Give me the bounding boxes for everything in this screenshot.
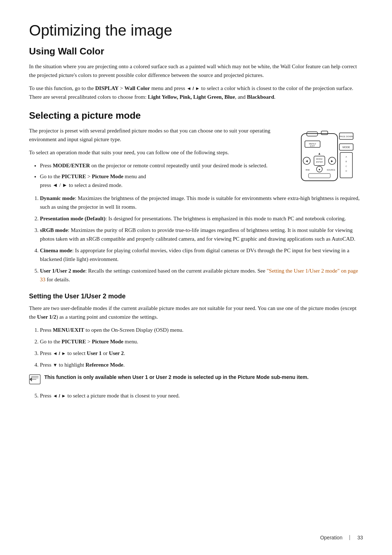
step2-end: menu.	[123, 339, 138, 344]
step3-bold2: User 2	[109, 350, 124, 356]
note-text: This function is only available when Use…	[44, 374, 309, 381]
svg-text:EXIT: EXIT	[310, 145, 315, 147]
step4-bold: Reference Mode	[85, 362, 123, 368]
bullet-item-1: Press MODE/ENTER on the projector or rem…	[40, 161, 272, 170]
svg-text:◄: ◄	[305, 159, 309, 163]
picture-mode-numbered: Dynamic mode: Maximizes the brightness o…	[29, 194, 363, 284]
using-wall-color-section: Using Wall Color In the situation where …	[29, 46, 363, 101]
svg-text:►: ►	[330, 159, 334, 163]
list-item-4: Cinema mode: Is appropriate for playing …	[40, 246, 363, 264]
using-wall-color-heading: Using Wall Color	[29, 46, 363, 57]
setting-user-mode-para1: There are two user-definable modes if th…	[29, 304, 363, 321]
bullet2b: press ◄ / ► to select a desired mode.	[40, 182, 123, 188]
svg-text:BNK: BNK	[306, 169, 310, 171]
list-item-1: Dynamic mode: Maximizes the brightness o…	[40, 194, 363, 211]
wall-color-para2-mid2: menu and press	[150, 85, 187, 91]
bullet1-bold: MODE/ENTER	[53, 163, 90, 168]
bullet-item-2: Go to the PICTURE > Picture Mode menu an…	[40, 172, 272, 189]
step3-or: or	[102, 350, 109, 356]
step-3: Press ◄ / ► to select User 1 or User 2.	[40, 349, 363, 358]
wall-color-period: .	[274, 94, 275, 100]
selecting-picture-mode-section: Selecting a picture mode The projector i…	[29, 110, 363, 284]
step-4: Press ▼ to highlight Reference Mode.	[40, 360, 363, 369]
projector-svg: PAGE DOWN MODE A B C D MENU/ EXIT ◄ ►	[279, 130, 359, 192]
note-icon	[29, 374, 41, 384]
svg-rect-2	[321, 131, 328, 135]
picture-mode-bullets: Press MODE/ENTER on the projector or rem…	[40, 161, 272, 189]
wall-color-display: DISPLAY	[95, 85, 118, 91]
picture-mode-text-block: The projector is preset with several pre…	[29, 126, 272, 194]
user-mode-step5: Press ◄ / ► to select a picture mode tha…	[40, 391, 363, 400]
wall-color-label: Wall Color	[124, 85, 150, 91]
footer: Operation 33	[320, 535, 363, 540]
svg-text:D: D	[346, 170, 347, 172]
bullet2-bold2: Picture Mode	[92, 174, 123, 179]
picture-mode-para2: To select an operation mode that suits y…	[29, 148, 272, 157]
svg-marker-32	[29, 377, 32, 381]
item3-text: : Maximizes the purity of RGB colors to …	[40, 227, 355, 242]
step5-start: Press	[40, 393, 53, 399]
step1-end: to open the On-Screen Display (OSD) menu…	[84, 327, 183, 333]
step-2: Go to the PICTURE > Picture Mode menu.	[40, 337, 363, 346]
wall-color-para1: In the situation where you are projectin…	[29, 62, 363, 79]
step3-bold1: User 1	[87, 350, 102, 356]
bullet2-bold1: PICTURE	[62, 174, 86, 179]
footer-divider	[350, 535, 350, 540]
step4-mid: to highlight	[57, 362, 85, 368]
numbered-list: Dynamic mode: Maximizes the brightness o…	[40, 194, 363, 284]
item2-bold: Presentation mode (Default)	[40, 216, 106, 221]
note-box: This function is only available when Use…	[29, 374, 363, 385]
user-mode-steps: Press MENU/EXIT to open the On-Screen Di…	[40, 326, 363, 369]
bullet2-start: Go to the	[40, 174, 62, 179]
list-item-3: sRGB mode: Maximizes the purity of RGB c…	[40, 226, 363, 243]
step2-bold1: PICTURE	[62, 339, 86, 344]
bullet2-mid: >	[86, 174, 92, 179]
item3-bold: sRGB mode	[40, 227, 68, 233]
svg-text:●: ●	[318, 168, 320, 171]
note-text-content: This function is only available when Use…	[44, 374, 309, 380]
user-mode-para1-bold: User 1/2	[37, 314, 56, 320]
wall-color-and: , and	[235, 94, 247, 100]
svg-text:A: A	[346, 156, 347, 158]
step1-bold: MENU/EXIT	[53, 327, 84, 333]
step3-mid: to select	[66, 350, 87, 356]
item1-text: : Maximizes the brightness of the projec…	[40, 195, 360, 210]
svg-text:▲: ▲	[318, 152, 321, 155]
step2-bold2: Picture Mode	[92, 339, 123, 344]
step-1: Press MENU/EXIT to open the On-Screen Di…	[40, 326, 363, 334]
user-mode-para1-end: ) as a starting point and customize the …	[56, 314, 158, 320]
wall-color-arrow: ◄ / ►	[187, 86, 200, 91]
projector-diagram-container: PAGE DOWN MODE A B C D MENU/ EXIT ◄ ►	[279, 130, 363, 194]
step3-arrow: ◄ / ►	[53, 351, 66, 356]
wall-color-para2-mid: >	[119, 85, 124, 91]
svg-rect-27	[309, 174, 330, 178]
step5-end: to select a picture mode that is closest…	[66, 393, 180, 399]
step4-period: .	[123, 362, 125, 368]
footer-label: Operation	[320, 535, 342, 540]
step4-arrow: ▼	[53, 362, 57, 368]
step3-start: Press	[40, 350, 53, 356]
step2-start: Go to the	[40, 339, 62, 344]
item4-bold: Cinema mode	[40, 248, 72, 253]
step-5: Press ◄ / ► to select a picture mode tha…	[40, 391, 363, 400]
svg-text:ENTER: ENTER	[316, 161, 323, 163]
step1-start: Press	[40, 327, 53, 333]
picture-mode-content: The projector is preset with several pre…	[29, 126, 363, 194]
bullet2-end: menu and	[123, 174, 146, 179]
item1-bold: Dynamic mode	[40, 195, 75, 201]
step2-mid: >	[86, 339, 92, 344]
wall-color-para2-start: To use this function, go to the	[29, 85, 95, 91]
bullet1-start: Press	[40, 163, 53, 168]
footer-page: 33	[357, 535, 363, 540]
svg-text:C: C	[346, 165, 347, 167]
svg-text:B: B	[346, 160, 347, 163]
setting-user-mode-section: Setting the User 1/User 2 mode There are…	[29, 293, 363, 400]
wall-color-colors: Light Yellow, Pink, Light Green, Blue	[148, 94, 235, 100]
step3-period: .	[124, 350, 125, 356]
item5-end: for details.	[45, 277, 70, 282]
item4-text: : Is appropriate for playing colorful mo…	[40, 248, 349, 262]
svg-text:SOURCE: SOURCE	[327, 169, 335, 171]
svg-text:MODE/: MODE/	[316, 158, 323, 160]
selecting-picture-mode-heading: Selecting a picture mode	[29, 110, 363, 121]
bullet1-end: on the projector or remote control repea…	[90, 163, 268, 168]
